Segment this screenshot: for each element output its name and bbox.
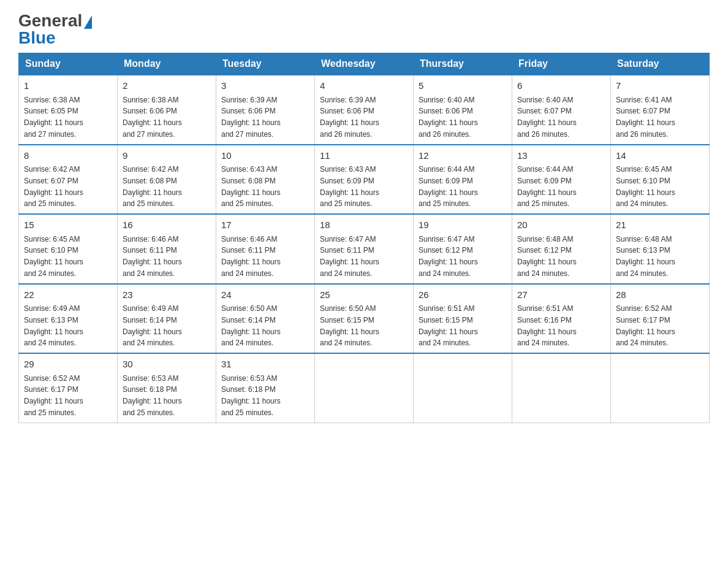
table-row: 29 Sunrise: 6:52 AMSunset: 6:17 PMDaylig…: [19, 353, 118, 423]
day-number: 23: [123, 288, 211, 302]
table-row: 1 Sunrise: 6:38 AMSunset: 6:05 PMDayligh…: [19, 75, 118, 145]
day-number: 3: [221, 79, 309, 93]
col-sunday: Sunday: [19, 53, 118, 75]
day-number: 12: [419, 149, 507, 163]
logo-general: General: [18, 12, 92, 29]
day-info: Sunrise: 6:44 AMSunset: 6:09 PMDaylight:…: [517, 165, 577, 208]
table-row: 13 Sunrise: 6:44 AMSunset: 6:09 PMDaylig…: [512, 145, 611, 215]
logo-blue: Blue: [18, 29, 92, 47]
calendar-week-row: 29 Sunrise: 6:52 AMSunset: 6:17 PMDaylig…: [19, 353, 710, 423]
table-row: [611, 353, 710, 423]
calendar-week-row: 22 Sunrise: 6:49 AMSunset: 6:13 PMDaylig…: [19, 284, 710, 354]
day-number: 1: [24, 79, 112, 93]
day-info: Sunrise: 6:53 AMSunset: 6:18 PMDaylight:…: [123, 374, 182, 417]
table-row: 24 Sunrise: 6:50 AMSunset: 6:14 PMDaylig…: [216, 284, 315, 354]
page-header: General Blue: [18, 12, 710, 47]
table-row: 6 Sunrise: 6:40 AMSunset: 6:07 PMDayligh…: [512, 75, 611, 145]
day-info: Sunrise: 6:40 AMSunset: 6:06 PMDaylight:…: [419, 96, 478, 139]
day-info: Sunrise: 6:50 AMSunset: 6:15 PMDaylight:…: [320, 304, 379, 347]
col-monday: Monday: [118, 53, 216, 75]
table-row: 19 Sunrise: 6:47 AMSunset: 6:12 PMDaylig…: [414, 214, 512, 284]
day-number: 27: [517, 288, 605, 302]
day-info: Sunrise: 6:47 AMSunset: 6:12 PMDaylight:…: [419, 235, 478, 278]
day-info: Sunrise: 6:47 AMSunset: 6:11 PMDaylight:…: [320, 235, 379, 278]
table-row: 17 Sunrise: 6:46 AMSunset: 6:11 PMDaylig…: [216, 214, 315, 284]
day-info: Sunrise: 6:53 AMSunset: 6:18 PMDaylight:…: [221, 374, 281, 417]
day-number: 7: [616, 79, 704, 93]
day-info: Sunrise: 6:48 AMSunset: 6:13 PMDaylight:…: [616, 235, 675, 278]
table-row: 15 Sunrise: 6:45 AMSunset: 6:10 PMDaylig…: [19, 214, 118, 284]
table-row: 4 Sunrise: 6:39 AMSunset: 6:06 PMDayligh…: [315, 75, 414, 145]
table-row: 7 Sunrise: 6:41 AMSunset: 6:07 PMDayligh…: [611, 75, 710, 145]
day-info: Sunrise: 6:43 AMSunset: 6:09 PMDaylight:…: [320, 165, 379, 208]
table-row: 3 Sunrise: 6:39 AMSunset: 6:06 PMDayligh…: [216, 75, 315, 145]
col-friday: Friday: [512, 53, 611, 75]
day-number: 20: [517, 218, 605, 232]
col-thursday: Thursday: [414, 53, 512, 75]
day-info: Sunrise: 6:51 AMSunset: 6:16 PMDaylight:…: [517, 304, 577, 347]
table-row: 2 Sunrise: 6:38 AMSunset: 6:06 PMDayligh…: [118, 75, 216, 145]
day-number: 13: [517, 149, 605, 163]
day-info: Sunrise: 6:46 AMSunset: 6:11 PMDaylight:…: [221, 235, 281, 278]
table-row: 18 Sunrise: 6:47 AMSunset: 6:11 PMDaylig…: [315, 214, 414, 284]
day-info: Sunrise: 6:48 AMSunset: 6:12 PMDaylight:…: [517, 235, 577, 278]
day-info: Sunrise: 6:38 AMSunset: 6:06 PMDaylight:…: [123, 96, 182, 139]
logo: General Blue: [18, 12, 92, 47]
day-number: 25: [320, 288, 408, 302]
day-info: Sunrise: 6:40 AMSunset: 6:07 PMDaylight:…: [517, 96, 577, 139]
table-row: 23 Sunrise: 6:49 AMSunset: 6:14 PMDaylig…: [118, 284, 216, 354]
day-number: 14: [616, 149, 704, 163]
day-info: Sunrise: 6:41 AMSunset: 6:07 PMDaylight:…: [616, 96, 675, 139]
day-number: 10: [221, 149, 309, 163]
day-number: 21: [616, 218, 704, 232]
calendar-week-row: 1 Sunrise: 6:38 AMSunset: 6:05 PMDayligh…: [19, 75, 710, 145]
day-number: 2: [123, 79, 211, 93]
table-row: 28 Sunrise: 6:52 AMSunset: 6:17 PMDaylig…: [611, 284, 710, 354]
day-info: Sunrise: 6:42 AMSunset: 6:08 PMDaylight:…: [123, 165, 182, 208]
day-number: 24: [221, 288, 309, 302]
day-info: Sunrise: 6:49 AMSunset: 6:14 PMDaylight:…: [123, 304, 182, 347]
day-number: 5: [419, 79, 507, 93]
day-number: 19: [419, 218, 507, 232]
day-number: 11: [320, 149, 408, 163]
table-row: 11 Sunrise: 6:43 AMSunset: 6:09 PMDaylig…: [315, 145, 414, 215]
table-row: 20 Sunrise: 6:48 AMSunset: 6:12 PMDaylig…: [512, 214, 611, 284]
table-row: 12 Sunrise: 6:44 AMSunset: 6:09 PMDaylig…: [414, 145, 512, 215]
table-row: 26 Sunrise: 6:51 AMSunset: 6:15 PMDaylig…: [414, 284, 512, 354]
calendar-week-row: 15 Sunrise: 6:45 AMSunset: 6:10 PMDaylig…: [19, 214, 710, 284]
day-info: Sunrise: 6:45 AMSunset: 6:10 PMDaylight:…: [24, 235, 83, 278]
day-number: 28: [616, 288, 704, 302]
day-number: 29: [24, 358, 112, 372]
day-info: Sunrise: 6:39 AMSunset: 6:06 PMDaylight:…: [221, 96, 281, 139]
table-row: 10 Sunrise: 6:43 AMSunset: 6:08 PMDaylig…: [216, 145, 315, 215]
calendar-table: Sunday Monday Tuesday Wednesday Thursday…: [18, 53, 710, 423]
table-row: 30 Sunrise: 6:53 AMSunset: 6:18 PMDaylig…: [118, 353, 216, 423]
table-row: 14 Sunrise: 6:45 AMSunset: 6:10 PMDaylig…: [611, 145, 710, 215]
day-number: 4: [320, 79, 408, 93]
day-number: 6: [517, 79, 605, 93]
day-info: Sunrise: 6:45 AMSunset: 6:10 PMDaylight:…: [616, 165, 675, 208]
table-row: 9 Sunrise: 6:42 AMSunset: 6:08 PMDayligh…: [118, 145, 216, 215]
day-number: 9: [123, 149, 211, 163]
day-number: 22: [24, 288, 112, 302]
day-info: Sunrise: 6:46 AMSunset: 6:11 PMDaylight:…: [123, 235, 182, 278]
col-saturday: Saturday: [611, 53, 710, 75]
col-tuesday: Tuesday: [216, 53, 315, 75]
table-row: 5 Sunrise: 6:40 AMSunset: 6:06 PMDayligh…: [414, 75, 512, 145]
day-number: 17: [221, 218, 309, 232]
day-info: Sunrise: 6:52 AMSunset: 6:17 PMDaylight:…: [616, 304, 675, 347]
day-number: 18: [320, 218, 408, 232]
day-number: 30: [123, 358, 211, 372]
day-number: 31: [221, 358, 309, 372]
calendar-header-row: Sunday Monday Tuesday Wednesday Thursday…: [19, 53, 710, 75]
day-info: Sunrise: 6:39 AMSunset: 6:06 PMDaylight:…: [320, 96, 379, 139]
table-row: [315, 353, 414, 423]
table-row: 21 Sunrise: 6:48 AMSunset: 6:13 PMDaylig…: [611, 214, 710, 284]
day-info: Sunrise: 6:49 AMSunset: 6:13 PMDaylight:…: [24, 304, 83, 347]
day-number: 16: [123, 218, 211, 232]
table-row: 27 Sunrise: 6:51 AMSunset: 6:16 PMDaylig…: [512, 284, 611, 354]
day-info: Sunrise: 6:44 AMSunset: 6:09 PMDaylight:…: [419, 165, 478, 208]
day-number: 8: [24, 149, 112, 163]
logo-name: General Blue: [18, 12, 92, 47]
table-row: [414, 353, 512, 423]
